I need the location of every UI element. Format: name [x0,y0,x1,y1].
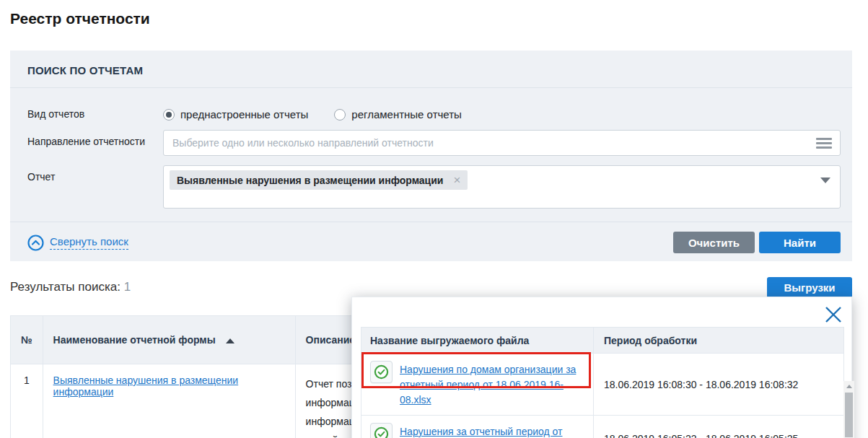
exports-modal: Название выгружаемого файла Период обраб… [351,297,852,438]
status-success-icon[interactable] [370,423,393,438]
scrollbar-thumb[interactable] [845,393,853,437]
collapse-search-link[interactable]: Свернуть поиск [27,235,128,251]
export-row: Нарушения за отчетный период от 18.06.20… [361,416,843,438]
chevron-down-icon[interactable] [820,178,830,183]
column-header-num: № [11,316,43,364]
collapse-icon [27,235,44,251]
export-file-link[interactable]: Нарушения за отчетный период от 18.06.20… [400,423,586,438]
selected-report-chip-label: Выявленные нарушения в размещении информ… [177,175,443,186]
exports-button[interactable]: Выгрузки [767,277,852,298]
selected-report-chip: Выявленные нарушения в размещении информ… [170,170,468,190]
export-file-link[interactable]: Нарушения по домам организации за отчетн… [400,361,586,408]
export-period: 18.06.2019 16:08:30 - 18.06.2019 16:08:3… [593,354,843,415]
radio-regulated-reports[interactable] [334,109,346,121]
exports-header-period: Период обработки [593,328,843,353]
export-row: Нарушения по домам организации за отчетн… [361,354,843,416]
report-multiselect[interactable]: Выявленные нарушения в размещении информ… [163,165,841,209]
radio-preconfigured-reports[interactable] [163,109,175,121]
direction-menu-icon[interactable] [816,138,832,149]
report-label: Отчет [27,165,163,209]
exports-header-file: Название выгружаемого файла [361,335,593,346]
page-title: Реестр отчетности [10,10,868,27]
search-button[interactable]: Найти [759,232,841,253]
direction-input[interactable] [163,130,841,156]
column-header-name[interactable]: Наименование отчетной формы [43,316,295,364]
clear-button[interactable]: Очистить [673,232,755,253]
results-summary: Результаты поиска: 1 [10,277,131,294]
report-form-link[interactable]: Выявленные нарушения в размещении информ… [53,375,239,398]
collapse-search-label[interactable]: Свернуть поиск [50,235,128,250]
modal-scrollbar[interactable] [843,381,854,438]
results-label: Результаты поиска: [10,280,120,294]
scroll-up-icon[interactable] [843,381,854,391]
search-panel: ПОИСК ПО ОТЧЕТАМ Вид отчетов преднастрое… [10,51,852,261]
search-panel-title: ПОИСК ПО ОТЧЕТАМ [10,51,852,88]
status-success-icon[interactable] [370,361,393,383]
export-period: 18.06.2019 16:05:22 - 18.06.2019 16:05:2… [593,416,843,438]
row-number: 1 [11,364,43,438]
direction-label: Направление отчетности [27,130,163,156]
radio-preconfigured-reports-label[interactable]: преднастроенные отчеты [180,108,308,121]
exports-table: Название выгружаемого файла Период обраб… [361,327,844,438]
close-icon[interactable] [823,305,843,325]
chip-remove-icon[interactable]: × [453,174,460,186]
results-count: 1 [124,280,131,294]
sort-asc-icon[interactable] [226,338,234,343]
radio-regulated-reports-label[interactable]: регламентные отчеты [351,108,462,121]
report-type-label: Вид отчетов [27,102,163,121]
